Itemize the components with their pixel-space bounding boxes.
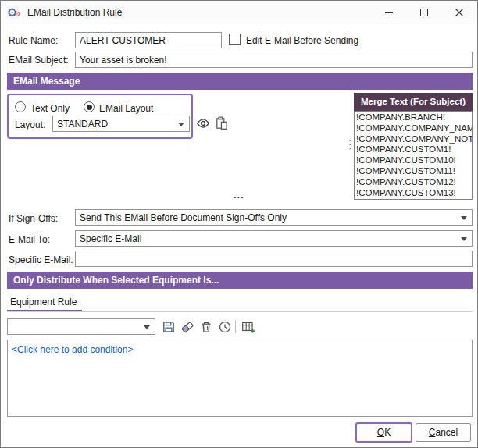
email-layout-label: EMail Layout xyxy=(99,103,153,114)
chevron-down-icon xyxy=(461,216,467,220)
save-rule-button[interactable] xyxy=(160,318,177,336)
minimize-icon xyxy=(385,9,394,17)
equipment-section-header: Only Distribute When Selected Equipment … xyxy=(7,272,473,289)
delete-rule-button[interactable] xyxy=(198,318,215,336)
chevron-down-icon xyxy=(144,325,150,329)
rule-name-input[interactable] xyxy=(75,32,222,48)
merge-item[interactable]: !COMPANY.COMPANY_NOTE xyxy=(356,134,472,145)
email-distribution-rule-dialog: { "window": { "title": "EMail Distributi… xyxy=(0,0,478,448)
specific-email-input[interactable] xyxy=(75,251,473,267)
clipboard-icon xyxy=(215,116,229,130)
cancel-button[interactable]: Cancel xyxy=(416,423,471,442)
text-only-label: Text Only xyxy=(30,103,70,114)
if-sign-offs-dropdown[interactable]: Send This EMail Before Document Sign-Off… xyxy=(75,209,473,226)
window-title: EMail Distribution Rule xyxy=(27,7,122,18)
maximize-button[interactable] xyxy=(407,1,442,24)
email-to-dropdown[interactable]: Specific E-Mail xyxy=(75,230,473,247)
email-to-label: E-Mail To: xyxy=(9,234,50,245)
tab-equipment-rule[interactable]: Equipment Rule xyxy=(10,297,77,308)
layout-dropdown-value: STANDARD xyxy=(57,119,108,130)
email-subject-label: EMail Subject: xyxy=(9,55,69,66)
specific-email-label: Specific E-Mail: xyxy=(9,254,73,265)
close-button[interactable] xyxy=(442,1,477,24)
merge-item[interactable]: !COMPANY.CUSTOM1! xyxy=(356,144,472,155)
close-icon xyxy=(455,9,464,17)
merge-text-list[interactable]: !COMPANY.BRANCH!!COMPANY.COMPANY_NAME!CO… xyxy=(354,111,473,200)
rule-table-add-button[interactable] xyxy=(240,318,257,336)
table-plus-icon xyxy=(241,320,255,334)
maximize-icon xyxy=(420,9,429,17)
email-subject-input[interactable] xyxy=(75,52,473,68)
merge-item[interactable]: !COMPANY.CUSTOM13! xyxy=(356,188,472,199)
merge-item[interactable]: !COMPANY.BRANCH! xyxy=(356,112,472,123)
if-sign-offs-label: If Sign-Offs: xyxy=(9,213,58,224)
layout-label: Layout: xyxy=(15,119,45,130)
title-bar: ⚙⚙ EMail Distribution Rule xyxy=(1,1,477,24)
merge-item[interactable]: !COMPANY.COMPANY_NAME xyxy=(356,123,472,134)
merge-item[interactable]: !COMPANY.CUSTOM10! xyxy=(356,155,472,166)
save-floppy-icon xyxy=(162,320,176,334)
merge-text-header: Merge Text (For Subject) xyxy=(354,93,473,111)
email-layout-radio[interactable] xyxy=(84,101,95,112)
ok-button[interactable]: OK xyxy=(356,423,412,442)
text-only-radio[interactable] xyxy=(15,101,26,112)
eye-icon xyxy=(196,116,210,130)
if-sign-offs-value: Send This EMail Before Document Sign-Off… xyxy=(80,212,287,223)
edit-before-sending-label: Edit E-Mail Before Sending xyxy=(246,35,358,46)
chevron-down-icon xyxy=(461,237,467,241)
rule-history-button[interactable] xyxy=(216,318,234,336)
splitter-handle[interactable]: ... xyxy=(234,189,244,201)
clock-icon xyxy=(218,320,232,334)
merge-panel-drag-handle[interactable]: ⋮ xyxy=(344,137,356,151)
chevron-down-icon xyxy=(178,123,184,126)
tab-strip-divider xyxy=(7,311,473,312)
clear-rule-button[interactable] xyxy=(179,318,196,336)
add-condition-link[interactable]: <Click here to add condition> xyxy=(12,344,133,355)
email-message-header: EMail Message xyxy=(7,73,473,90)
rule-name-label: Rule Name: xyxy=(9,35,58,46)
paste-layout-button[interactable] xyxy=(213,115,230,132)
merge-item[interactable]: !COMPANY.CUSTOM11! xyxy=(356,166,472,177)
eraser-icon xyxy=(180,320,194,334)
layout-dropdown[interactable]: STANDARD xyxy=(52,116,190,132)
preview-layout-button[interactable] xyxy=(194,115,212,132)
equipment-rule-dropdown[interactable] xyxy=(7,318,155,335)
minimize-button[interactable] xyxy=(372,1,407,24)
toolbar-separator xyxy=(235,321,236,333)
edit-before-sending-checkbox[interactable] xyxy=(229,34,241,45)
merge-item[interactable]: !COMPANY.CUSTOM12! xyxy=(356,177,472,188)
email-to-value: Specific E-Mail xyxy=(80,233,141,244)
trash-icon xyxy=(199,320,213,334)
app-gear-icon: ⚙⚙ xyxy=(7,5,23,20)
